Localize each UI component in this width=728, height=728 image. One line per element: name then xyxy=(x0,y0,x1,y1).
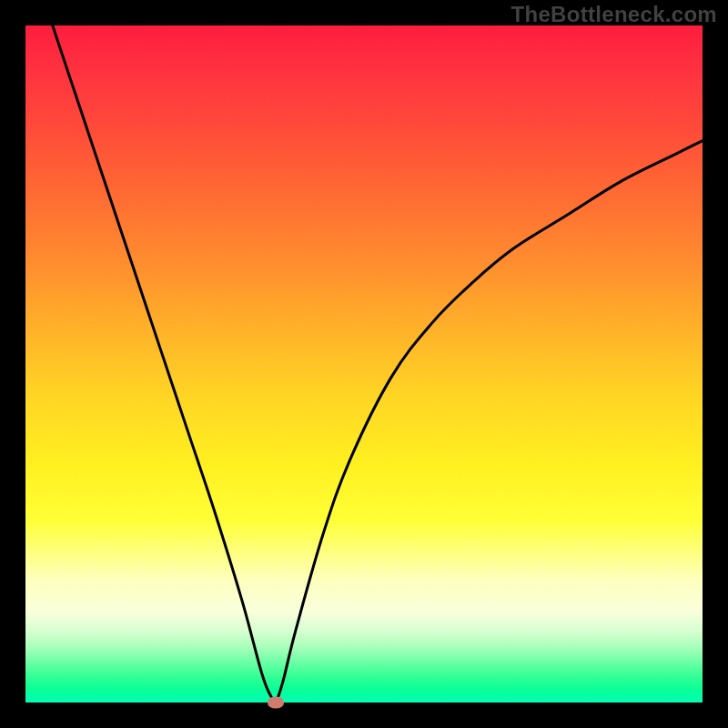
plot-area xyxy=(25,25,703,703)
watermark-text: TheBottleneck.com xyxy=(511,2,717,27)
optimal-point-marker xyxy=(268,697,284,709)
bottleneck-curve xyxy=(25,25,703,703)
chart-frame: TheBottleneck.com xyxy=(0,0,728,728)
